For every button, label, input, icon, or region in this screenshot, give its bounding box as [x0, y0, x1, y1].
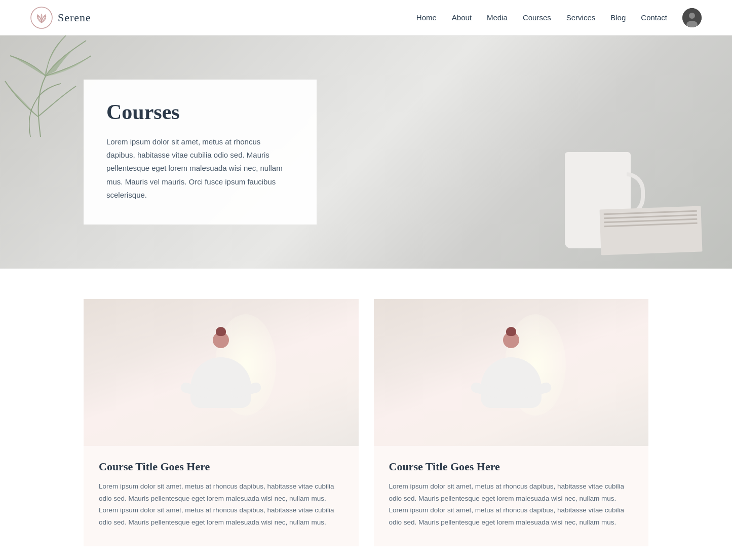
course-person-head-1	[213, 332, 229, 348]
course-card-1: Course Title Goes Here Lorem ipsum dolor…	[84, 299, 359, 546]
logo-icon	[30, 7, 53, 29]
nav-courses[interactable]: Courses	[523, 13, 551, 22]
course-person-head-2	[503, 332, 519, 348]
nav-home[interactable]: Home	[416, 13, 437, 22]
hero-newspaper-decoration	[599, 206, 702, 255]
course-card-2: Course Title Goes Here Lorem ipsum dolor…	[374, 299, 649, 546]
course-person-body-1	[190, 357, 251, 408]
nav-blog[interactable]: Blog	[610, 13, 626, 22]
course-person-arm-left-2	[470, 382, 502, 399]
course-title-2: Course Title Goes Here	[389, 460, 634, 473]
course-person-arm-left-1	[180, 382, 212, 399]
nav-links: Home About Media Courses Services Blog C…	[416, 8, 702, 27]
course-description-1: Lorem ipsum dolor sit amet, metus at rho…	[99, 480, 343, 529]
course-info-2: Course Title Goes Here Lorem ipsum dolor…	[374, 446, 649, 546]
logo-text: Serene	[58, 11, 91, 24]
course-person-arm-right-2	[520, 382, 552, 399]
course-person-figure-1	[180, 332, 261, 413]
course-title-1: Course Title Goes Here	[99, 460, 343, 473]
svg-point-2	[689, 13, 695, 19]
courses-grid: Course Title Goes Here Lorem ipsum dolor…	[84, 299, 648, 546]
course-description-2: Lorem ipsum dolor sit amet, metus at rho…	[389, 480, 634, 529]
hero-section: Courses Lorem ipsum dolor sit amet, metu…	[0, 35, 732, 269]
courses-section: Course Title Goes Here Lorem ipsum dolor…	[0, 269, 732, 560]
hero-description: Lorem ipsum dolor sit amet, metus at rho…	[106, 135, 291, 202]
course-person-bun-2	[506, 327, 516, 336]
course-person-bun-1	[216, 327, 226, 336]
logo-link[interactable]: Serene	[30, 7, 91, 29]
course-image-2	[374, 299, 649, 446]
nav-contact[interactable]: Contact	[641, 13, 667, 22]
course-person-figure-2	[471, 332, 552, 413]
nav-about[interactable]: About	[452, 13, 472, 22]
course-info-1: Course Title Goes Here Lorem ipsum dolor…	[84, 446, 359, 546]
course-image-1	[84, 299, 359, 446]
nav-media[interactable]: Media	[487, 13, 508, 22]
hero-content-card: Courses Lorem ipsum dolor sit amet, metu…	[84, 80, 317, 225]
nav-services[interactable]: Services	[566, 13, 596, 22]
hero-title: Courses	[106, 100, 291, 124]
course-person-body-2	[481, 357, 542, 408]
course-person-arm-right-1	[230, 382, 262, 399]
user-avatar[interactable]	[682, 8, 702, 27]
navbar: Serene Home About Media Courses Services…	[0, 0, 732, 35]
